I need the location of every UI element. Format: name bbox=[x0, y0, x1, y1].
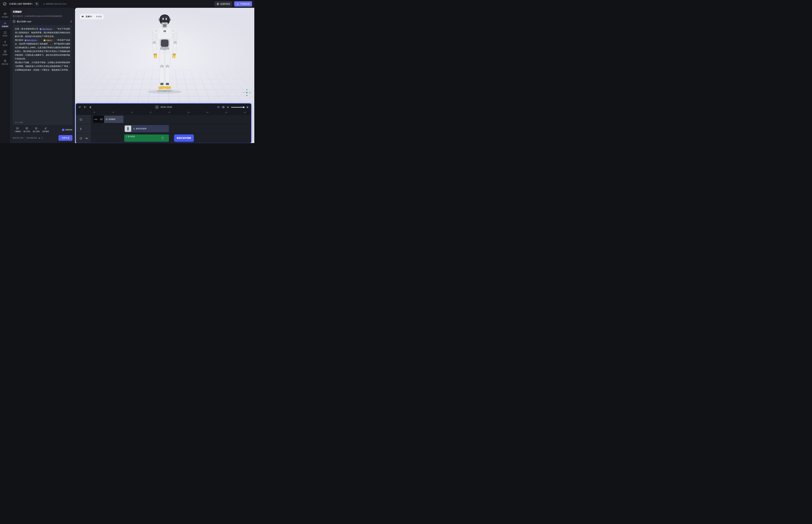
walking-person-icon bbox=[133, 128, 135, 130]
synthesize-save-button[interactable]: 合成并保存 bbox=[214, 1, 232, 6]
tag-close-icon[interactable]: × bbox=[53, 39, 54, 41]
editor-actions-row: AI 一键编排 插入动作 bbox=[13, 127, 72, 133]
music-note-icon: ♪ bbox=[126, 136, 127, 138]
script-editor[interactable]: 这是一家全球领先的公司 哈哈大笑(10s)× 「专注于先进机器人系统的设计、制造… bbox=[13, 25, 72, 125]
audio-lane[interactable]: ♪ 官方声音 鼠标长按并拖拽 ☝ bbox=[91, 134, 251, 143]
expression-lane[interactable]: ☺ 害羞微笑 bbox=[91, 115, 251, 124]
expression-tag-laugh[interactable]: 哈哈大笑(10s) bbox=[24, 39, 38, 42]
action-label: 插入动作 bbox=[23, 130, 30, 133]
checkbox-checked-icon[interactable]: ✓ bbox=[62, 129, 64, 131]
clipboard-icon bbox=[4, 60, 6, 62]
panel-title: 音频编排 bbox=[13, 11, 72, 13]
tag-label: 哈哈大笑(10s) bbox=[27, 38, 37, 42]
app-logo[interactable] bbox=[2, 1, 7, 6]
pencil-icon: ✎ bbox=[36, 3, 38, 5]
action-label: 清空编排 bbox=[42, 130, 49, 133]
zoom-slider[interactable] bbox=[231, 107, 244, 108]
undo-icon[interactable]: ↺ bbox=[79, 106, 81, 109]
motion-track: 超帅走路姿势 bbox=[76, 124, 251, 133]
clip-title: 官方声音 bbox=[128, 135, 135, 138]
expression-clip-label: ☺ 害羞微笑 bbox=[104, 118, 117, 120]
ruler-row: 0f 2f 4f 6f 8f 10f 12f 14f 16f bbox=[76, 111, 251, 115]
delete-audio-button[interactable] bbox=[70, 20, 72, 23]
eraser-icon bbox=[44, 127, 47, 130]
one-click-arrange-button[interactable]: AI 一键编排 bbox=[13, 127, 22, 133]
ruler-tick: 14f bbox=[225, 111, 227, 113]
action-emoji-icon bbox=[44, 39, 46, 41]
zoom-slider-knob[interactable] bbox=[243, 107, 244, 108]
edit-controls: ↺ ↻ bbox=[79, 106, 92, 109]
laugh-emoji-icon bbox=[25, 39, 27, 41]
save-status: ◷ 保存时间 26/01/03 12:01 bbox=[43, 3, 66, 5]
mini-robot-icon bbox=[126, 127, 130, 131]
zoom-out-icon[interactable]: ⊖ bbox=[227, 106, 229, 109]
sidebar-item-expression-library[interactable]: 表情库 bbox=[0, 30, 10, 39]
audio-file-name: 默认名称1.mp3 bbox=[17, 20, 31, 23]
redo-icon[interactable]: ↻ bbox=[84, 106, 86, 109]
deploy-device-label: 下发到设备 bbox=[240, 3, 250, 5]
insert-expression-icon bbox=[35, 127, 37, 130]
model-badge: 灵犀X2 ｜ 青春版 bbox=[80, 14, 103, 19]
smiley-box-icon bbox=[4, 31, 6, 34]
tag-label: 哈哈大笑(10s) bbox=[42, 27, 52, 31]
sidebar-item-motion-mimic[interactable]: 动作模仿 bbox=[0, 11, 10, 20]
insert-motion-icon bbox=[26, 127, 28, 130]
tag-close-icon[interactable]: × bbox=[53, 28, 54, 30]
view-gizmo[interactable] bbox=[242, 88, 251, 97]
synthesize-save-label: 合成并保存 bbox=[220, 3, 230, 5]
script-text: 「样化的产品组合，包括用于精密制造的工业机械臂、」」用于物流和仓储的自主移动机器… bbox=[15, 39, 70, 60]
generate-button[interactable]: 立即生成 bbox=[59, 135, 72, 141]
laugh-emoji-icon bbox=[39, 28, 42, 30]
action-tag[interactable]: 鸡腿(5s) bbox=[43, 39, 53, 42]
consumed-stones-label: 本次消耗灵石 bbox=[26, 137, 37, 139]
save-time-text: 保存时间 26/01/03 12:01 bbox=[46, 3, 66, 5]
sidebar-item-label: 音频库 bbox=[2, 53, 7, 56]
smiley-icon: ☺ bbox=[105, 118, 108, 120]
play-button[interactable] bbox=[155, 105, 159, 109]
audio-clip-label: ♪ 官方声音 bbox=[124, 134, 136, 138]
rhythm-toggle[interactable]: ✓ 韵律动作 bbox=[62, 129, 72, 131]
remaining-stones-text: 剩余灵石 300 bbox=[13, 137, 23, 139]
motion-thumb bbox=[125, 126, 131, 132]
face-eyes-icon bbox=[99, 117, 103, 121]
script-text: 「 bbox=[40, 39, 43, 41]
tag-close-icon[interactable]: × bbox=[38, 39, 39, 41]
play-file-icon[interactable] bbox=[13, 20, 15, 23]
expression-tag-laugh[interactable]: 哈哈大笑(10s) bbox=[39, 28, 53, 30]
model-edition: 青春版 bbox=[96, 15, 102, 18]
clock-icon: ◷ bbox=[43, 3, 45, 5]
sidebar-item-label: 动作库 bbox=[2, 44, 7, 46]
robot-avatar bbox=[81, 15, 84, 18]
motion-track-icon[interactable] bbox=[80, 128, 82, 130]
delete-clip-icon[interactable] bbox=[89, 106, 92, 109]
insert-motion-button[interactable]: 插入动作 bbox=[22, 127, 32, 133]
app-root: A1机器人动作-我的项目1 ✎ ◷ 保存时间 26/01/03 12:01 合成… bbox=[0, 0, 254, 143]
sidebar-item-motion-library[interactable]: 动作库 bbox=[0, 39, 10, 48]
sidebar-item-audio-arrange[interactable]: 音频编排 bbox=[0, 20, 10, 29]
model-name: 灵犀X2 bbox=[85, 15, 92, 18]
motion-clip-label: 超帅走路姿势 bbox=[132, 128, 148, 130]
fit-timeline-icon[interactable] bbox=[222, 106, 225, 109]
clear-arrange-button[interactable]: 清空编排 bbox=[41, 127, 50, 133]
deploy-device-button[interactable]: 下发到设备 bbox=[234, 1, 252, 6]
zoom-in-icon[interactable]: ⊕ bbox=[246, 106, 248, 109]
script-paragraph-2: 我们提供 哈哈大笑(10s)× 「 鸡腿(5s)× 「样化的产品组合，包括用于精… bbox=[15, 38, 70, 61]
trash-icon bbox=[70, 20, 72, 23]
expression-track-icon[interactable] bbox=[80, 118, 82, 121]
clip-title: 超帅走路姿势 bbox=[136, 128, 146, 130]
audio-track-header bbox=[76, 134, 91, 143]
robot-model bbox=[141, 14, 188, 94]
sidebar-item-audio-library[interactable]: 音频库 bbox=[0, 48, 10, 58]
sidebar-item-my-tasks[interactable]: 我的任务 bbox=[0, 58, 10, 67]
motion-clip[interactable]: 超帅走路姿势 bbox=[124, 125, 169, 132]
speaker-icon[interactable] bbox=[85, 137, 88, 140]
insert-expression-button[interactable]: 插入表情 bbox=[32, 127, 41, 133]
expression-clip[interactable]: ☺ 害羞微笑 bbox=[93, 116, 124, 123]
speed-dial-icon[interactable] bbox=[80, 137, 82, 140]
motion-lane[interactable]: 超帅走路姿势 bbox=[91, 124, 251, 133]
playback-controls: 00:00 / 00:30 bbox=[155, 105, 172, 109]
add-track-icon[interactable] bbox=[217, 106, 220, 109]
rename-button[interactable]: ✎ bbox=[34, 2, 39, 6]
ruler-tick: 0f bbox=[94, 111, 95, 113]
time-ruler[interactable]: 0f 2f 4f 6f 8f 10f 12f 14f 16f bbox=[91, 111, 251, 115]
